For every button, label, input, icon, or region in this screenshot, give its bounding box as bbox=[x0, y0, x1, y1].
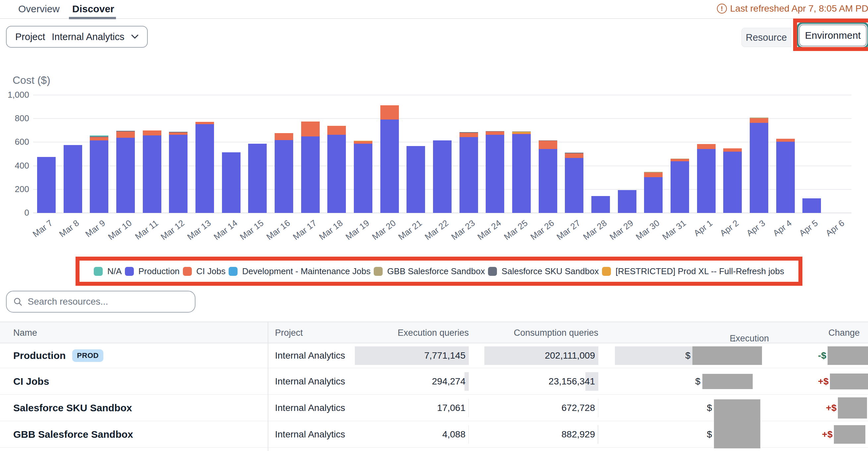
change-prefix: +$ bbox=[818, 376, 829, 387]
bar-segment--restricted-prod-xl-full-refresh-jobs[interactable] bbox=[354, 141, 372, 141]
tab-discover[interactable]: Discover bbox=[72, 3, 114, 14]
col-header-change[interactable]: Change bbox=[828, 328, 860, 338]
tab-overview[interactable]: Overview bbox=[18, 3, 60, 14]
bar-segment--restricted-prod-xl-full-refresh-jobs[interactable] bbox=[512, 132, 531, 133]
legend-item--restricted-prod-xl-full-refresh-jobs[interactable]: [RESTRICTED] Prod XL -- Full-Refresh job… bbox=[602, 266, 784, 277]
environment-toggle-button[interactable]: Environment bbox=[799, 25, 867, 46]
bar-segment-production[interactable] bbox=[90, 140, 108, 213]
bar-segment-ci-jobs[interactable] bbox=[512, 133, 531, 134]
resource-name: Production bbox=[13, 350, 66, 361]
bar-segment-ci-jobs[interactable] bbox=[460, 133, 478, 137]
bar-segment-production[interactable] bbox=[222, 152, 241, 213]
y-axis-tick-label: 200 bbox=[3, 184, 29, 194]
col-header-name[interactable]: Name bbox=[13, 328, 37, 338]
bar-segment-production[interactable] bbox=[512, 134, 531, 213]
legend-item-development-maintenance-jobs[interactable]: Development - Maintenance Jobs bbox=[228, 266, 370, 277]
bar-segment-production[interactable] bbox=[618, 190, 637, 213]
bar-segment-production[interactable] bbox=[354, 144, 372, 213]
bar-segment-production[interactable] bbox=[776, 142, 795, 213]
project-filter-dropdown[interactable]: Project Internal Analytics bbox=[6, 26, 148, 48]
bar-segment-ci-jobs[interactable] bbox=[644, 172, 662, 177]
change-cell: -$ bbox=[769, 343, 868, 368]
bar-segment-production[interactable] bbox=[195, 124, 214, 213]
bar-segment-ci-jobs[interactable] bbox=[671, 159, 689, 161]
bar-segment-production[interactable] bbox=[301, 136, 320, 213]
bar-segment-ci-jobs[interactable] bbox=[539, 141, 557, 149]
bar-segment-ci-jobs[interactable] bbox=[116, 131, 135, 138]
table-row-ci-jobs[interactable]: CI JobsInternal Analytics294,27423,156,3… bbox=[0, 368, 868, 395]
search-input[interactable] bbox=[28, 296, 188, 307]
bar-segment-production[interactable] bbox=[275, 140, 293, 213]
bar-segment-production[interactable] bbox=[327, 135, 346, 213]
bar-segment-production[interactable] bbox=[433, 140, 452, 213]
bar-segment-salesforce-sku-sandbox[interactable] bbox=[460, 132, 478, 132]
resource-toggle-button[interactable]: Resource bbox=[741, 28, 791, 47]
table-row-salesforce-sku-sandbox[interactable]: Salesforce SKU SandboxInternal Analytics… bbox=[0, 395, 868, 421]
bar-segment-production[interactable] bbox=[64, 145, 82, 213]
y-axis-tick-label: 800 bbox=[3, 113, 29, 124]
bar-segment-production[interactable] bbox=[486, 135, 504, 213]
legend-item-gbb-salesforce-sandbox[interactable]: GBB Salesforce Sandbox bbox=[374, 266, 485, 277]
bar-segment-production[interactable] bbox=[169, 135, 187, 213]
bar-segment-ci-jobs[interactable] bbox=[723, 148, 742, 152]
bar-segment-ci-jobs[interactable] bbox=[380, 105, 399, 120]
bar-segment-production[interactable] bbox=[750, 123, 768, 213]
execution-queries-cell: 17,061 bbox=[355, 395, 469, 421]
bar-segment-production[interactable] bbox=[565, 158, 583, 213]
bar-segment-production[interactable] bbox=[143, 135, 161, 213]
bar-segment-gbb-salesforce-sandbox[interactable] bbox=[750, 118, 768, 118]
redaction-box bbox=[714, 399, 760, 448]
bar-segment-production[interactable] bbox=[406, 146, 425, 213]
bar-segment-ci-jobs[interactable] bbox=[327, 126, 346, 135]
column-divider bbox=[268, 322, 268, 451]
bar-segment-production[interactable] bbox=[591, 196, 610, 213]
bar-segment-production[interactable] bbox=[539, 149, 557, 213]
bar-segment-production[interactable] bbox=[248, 144, 267, 213]
legend-item-salesforce-sku-sandbox[interactable]: Salesforce SKU Sandbox bbox=[488, 266, 599, 277]
bar-segment-salesforce-sku-sandbox[interactable] bbox=[512, 131, 531, 132]
legend-swatch bbox=[125, 267, 134, 276]
bar-segment-production[interactable] bbox=[671, 161, 689, 213]
bar-segment-ci-jobs[interactable] bbox=[169, 132, 187, 135]
bar-segment-ci-jobs[interactable] bbox=[90, 137, 108, 140]
bar-segment-production[interactable] bbox=[37, 157, 56, 213]
bar-segment-production[interactable] bbox=[644, 177, 662, 213]
bar-segment-ci-jobs[interactable] bbox=[301, 122, 320, 136]
table-row-production[interactable]: ProductionPRODInternal Analytics7,771,14… bbox=[0, 343, 868, 368]
legend-item-ci-jobs[interactable]: CI Jobs bbox=[183, 266, 226, 277]
legend-swatch bbox=[602, 267, 611, 276]
bar-segment-ci-jobs[interactable] bbox=[275, 133, 293, 140]
bar-segment-ci-jobs[interactable] bbox=[486, 131, 504, 135]
col-header-execution-cost[interactable]: Execution cost ↓ bbox=[730, 328, 732, 338]
bar-segment-salesforce-sku-sandbox[interactable] bbox=[90, 136, 108, 137]
bar-segment-production[interactable] bbox=[697, 149, 716, 213]
bar-segment-ci-jobs[interactable] bbox=[354, 141, 372, 144]
search-resources-box[interactable] bbox=[6, 291, 195, 313]
bar-segment-ci-jobs[interactable] bbox=[750, 118, 768, 123]
bar-segment-ci-jobs[interactable] bbox=[195, 122, 214, 124]
bar-segment-production[interactable] bbox=[380, 120, 399, 213]
bar-segment-salesforce-sku-sandbox[interactable] bbox=[169, 132, 187, 132]
bar-segment-ci-jobs[interactable] bbox=[143, 130, 161, 135]
col-header-project[interactable]: Project bbox=[275, 328, 303, 338]
bar-segment-salesforce-sku-sandbox[interactable] bbox=[565, 153, 583, 153]
legend-item-production[interactable]: Production bbox=[125, 266, 180, 277]
bar-segment-ci-jobs[interactable] bbox=[697, 144, 716, 149]
bar-segment-n-a[interactable] bbox=[90, 135, 108, 136]
bar-segment-salesforce-sku-sandbox[interactable] bbox=[539, 140, 557, 141]
bar-segment-production[interactable] bbox=[723, 152, 742, 213]
bar-segment-ci-jobs[interactable] bbox=[776, 139, 795, 142]
bar-segment-gbb-salesforce-sandbox[interactable] bbox=[671, 159, 689, 159]
legend-item-n-a[interactable]: N/A bbox=[94, 266, 122, 277]
value-text: 17,061 bbox=[437, 402, 469, 413]
col-header-consumption-queries[interactable]: Consumption queries bbox=[514, 328, 598, 338]
bar-segment-ci-jobs[interactable] bbox=[565, 153, 583, 158]
col-header-execution-queries[interactable]: Execution queries bbox=[398, 328, 469, 338]
bar-segment-salesforce-sku-sandbox[interactable] bbox=[486, 131, 504, 131]
bar-segment-salesforce-sku-sandbox[interactable] bbox=[116, 131, 135, 131]
bar-segment-production[interactable] bbox=[802, 198, 821, 213]
bar-segment-production[interactable] bbox=[460, 137, 478, 213]
resource-name: GBB Salesforce Sandbox bbox=[13, 429, 133, 440]
bar-segment-production[interactable] bbox=[116, 138, 135, 213]
bar-segment-gbb-salesforce-sandbox[interactable] bbox=[644, 172, 662, 172]
